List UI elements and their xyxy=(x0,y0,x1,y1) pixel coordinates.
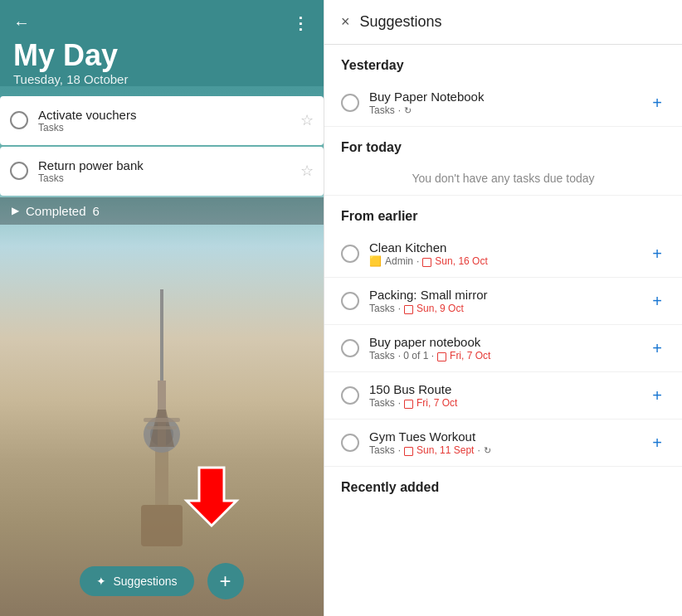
add-to-today-button[interactable]: + xyxy=(649,383,665,409)
star-button[interactable]: ☆ xyxy=(300,111,314,129)
svg-marker-9 xyxy=(187,468,236,526)
calendar-icon xyxy=(404,447,413,456)
task-name: Activate vouchers xyxy=(38,108,290,122)
list-label: Tasks xyxy=(369,444,395,456)
list-label: Tasks xyxy=(369,397,395,409)
suggestion-meta: Tasks · ↻ xyxy=(369,104,639,116)
dot-separator: · xyxy=(398,444,401,456)
completed-section[interactable]: ▶ Completed 6 xyxy=(0,197,324,225)
suggestion-meta: Tasks · Sun, 11 Sept · ↻ xyxy=(369,444,639,456)
chevron-right-icon: ▶ xyxy=(12,205,19,216)
star-button[interactable]: ☆ xyxy=(300,162,314,180)
task-name: Return power bank xyxy=(38,158,290,172)
list-item[interactable]: 150 Bus Route Tasks · Fri, 7 Oct + xyxy=(324,372,682,420)
task-complete-circle[interactable] xyxy=(341,245,359,263)
due-date: Sun, 11 Sept xyxy=(417,444,474,456)
folder-icon: 🟨 xyxy=(369,255,382,267)
svg-rect-8 xyxy=(147,426,177,429)
suggestion-info: Gym Tues Workout Tasks · Sun, 11 Sept · … xyxy=(369,429,639,456)
dot-separator: · xyxy=(417,255,419,267)
suggestion-info: 150 Bus Route Tasks · Fri, 7 Oct xyxy=(369,382,639,409)
list-item[interactable]: Clean Kitchen 🟨 Admin · Sun, 16 Oct + xyxy=(324,230,682,278)
completed-label: Completed xyxy=(26,204,86,218)
svg-rect-0 xyxy=(141,505,183,546)
add-to-today-button[interactable]: + xyxy=(649,90,665,116)
left-panel: ← ⋮ My Day Tuesday, 18 October Activate … xyxy=(0,0,324,616)
calendar-icon xyxy=(404,305,413,314)
suggestion-info: Buy paper notebook Tasks · 0 of 1 · Fri,… xyxy=(369,335,639,361)
suggestions-panel-title: Suggestions xyxy=(360,13,442,31)
task-complete-circle[interactable] xyxy=(10,162,28,180)
suggestion-info: Buy Paper Notebook Tasks · ↻ xyxy=(369,90,639,116)
task-list-label: Tasks xyxy=(38,122,290,133)
dot-separator: · xyxy=(477,444,480,456)
lightbulb-icon: ✦ xyxy=(96,575,106,588)
dot-separator: · 0 of 1 · xyxy=(398,350,434,361)
back-button[interactable]: ← xyxy=(13,13,30,32)
suggestion-name: Gym Tues Workout xyxy=(369,429,639,444)
svg-rect-1 xyxy=(155,447,168,505)
section-from-earlier: From earlier xyxy=(324,196,682,230)
section-for-today: For today xyxy=(324,127,682,162)
add-to-today-button[interactable]: + xyxy=(649,241,665,267)
no-tasks-message: You don't have any tasks due today xyxy=(324,162,682,196)
add-to-today-button[interactable]: + xyxy=(649,430,665,456)
task-info: Activate vouchers Tasks xyxy=(38,108,290,133)
list-label: Tasks xyxy=(369,350,395,361)
list-item[interactable]: Gym Tues Workout Tasks · Sun, 11 Sept · … xyxy=(324,420,682,467)
svg-rect-5 xyxy=(160,289,163,381)
task-complete-circle[interactable] xyxy=(341,339,359,357)
suggestion-meta: Tasks · Sun, 9 Oct xyxy=(369,303,639,314)
task-complete-circle[interactable] xyxy=(341,94,359,112)
suggestion-name: Buy paper notebook xyxy=(369,335,639,349)
due-date: Fri, 7 Oct xyxy=(417,397,457,409)
calendar-icon xyxy=(404,400,413,409)
section-yesterday: Yesterday xyxy=(324,45,682,80)
close-button[interactable]: × xyxy=(341,13,350,31)
page-title: My Day xyxy=(13,39,310,72)
left-header: ← ⋮ My Day Tuesday, 18 October xyxy=(0,0,324,86)
task-complete-circle[interactable] xyxy=(341,434,359,452)
repeat-icon: ↻ xyxy=(484,445,491,456)
completed-count: 6 xyxy=(93,204,100,218)
repeat-icon: ↻ xyxy=(404,105,412,116)
suggestion-meta: Tasks · 0 of 1 · Fri, 7 Oct xyxy=(369,350,639,361)
task-complete-circle[interactable] xyxy=(10,111,28,129)
dot-separator: · xyxy=(398,104,401,116)
task-item-return-power-bank[interactable]: Return power bank Tasks ☆ xyxy=(0,147,324,196)
suggestions-button-label: Suggestions xyxy=(113,575,177,588)
svg-rect-7 xyxy=(144,418,180,422)
due-date: Fri, 7 Oct xyxy=(450,350,490,361)
suggestion-meta: 🟨 Admin · Sun, 16 Oct xyxy=(369,255,639,267)
dot-separator: · xyxy=(398,397,401,409)
suggestion-name: Buy Paper Notebook xyxy=(369,90,639,104)
suggestion-info: Clean Kitchen 🟨 Admin · Sun, 16 Oct xyxy=(369,240,639,267)
task-item-activate-vouchers[interactable]: Activate vouchers Tasks ☆ xyxy=(0,96,324,145)
list-label: Admin xyxy=(385,255,413,267)
arrow-indicator xyxy=(178,463,245,533)
suggestion-name: 150 Bus Route xyxy=(369,382,639,396)
add-task-button[interactable]: + xyxy=(207,563,244,599)
task-list-label: Tasks xyxy=(38,172,290,184)
calendar-icon xyxy=(437,352,446,361)
task-info: Return power bank Tasks xyxy=(38,158,290,184)
add-to-today-button[interactable]: + xyxy=(649,336,665,361)
list-item[interactable]: Packing: Small mirror Tasks · Sun, 9 Oct… xyxy=(324,278,682,325)
list-item[interactable]: Buy paper notebook Tasks · 0 of 1 · Fri,… xyxy=(324,325,682,372)
more-button[interactable]: ⋮ xyxy=(292,13,310,33)
suggestion-meta: Tasks · Fri, 7 Oct xyxy=(369,397,639,409)
bottom-action-bar: ✦ Suggestions + xyxy=(0,563,324,599)
section-recently-added: Recently added xyxy=(324,467,682,502)
right-panel: × Suggestions Yesterday Buy Paper Notebo… xyxy=(324,0,682,616)
suggestion-name: Clean Kitchen xyxy=(369,240,639,255)
calendar-icon xyxy=(422,258,431,267)
task-complete-circle[interactable] xyxy=(341,292,359,310)
dot-separator: · xyxy=(398,303,401,314)
suggestions-button[interactable]: ✦ Suggestions xyxy=(80,566,193,596)
task-complete-circle[interactable] xyxy=(341,386,359,405)
suggestion-info: Packing: Small mirror Tasks · Sun, 9 Oct xyxy=(369,288,639,314)
suggestion-name: Packing: Small mirror xyxy=(369,288,639,302)
list-label: Tasks xyxy=(369,303,395,314)
list-item[interactable]: Buy Paper Notebook Tasks · ↻ + xyxy=(324,80,682,127)
add-to-today-button[interactable]: + xyxy=(649,289,665,314)
